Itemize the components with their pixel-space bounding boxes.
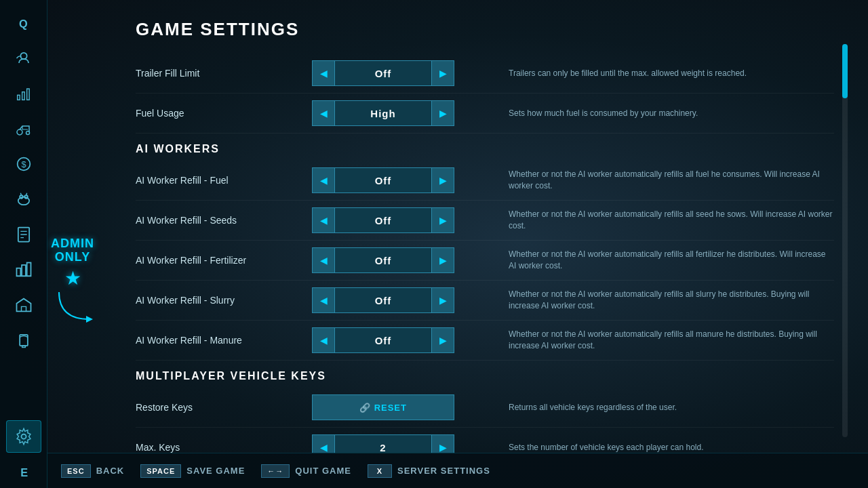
arrow-right-ai-worker-refill-manure[interactable]: ▶ (431, 327, 454, 353)
svg-rect-3 (22, 92, 24, 100)
bottom-bar: ESCBACKSPACESAVE GAME←→QUIT GAMEXSERVER … (47, 453, 868, 488)
setting-description-max-keys: Sets the number of vehicle keys each pla… (454, 442, 834, 453)
sidebar-item-tractor[interactable] (6, 113, 41, 145)
setting-description-ai-worker-refill-seeds: Whether or not the AI worker automatical… (454, 209, 834, 232)
arrow-left-ai-worker-refill-fuel[interactable]: ◀ (312, 167, 335, 193)
key-badge: SPACE (140, 464, 181, 478)
value-display-max-keys: 2 (335, 434, 431, 453)
key-label: SERVER SETTINGS (397, 466, 490, 476)
bottom-key-quit-game[interactable]: ←→QUIT GAME (261, 464, 351, 478)
svg-text:$: $ (21, 159, 26, 169)
arrow-right-ai-worker-refill-slurry[interactable]: ▶ (431, 287, 454, 313)
setting-description-ai-worker-refill-fertilizer: Whether or not the AI worker automatical… (454, 249, 834, 272)
sidebar-item-stats[interactable] (6, 77, 41, 110)
arrow-right-trailer-fill-limit[interactable]: ▶ (431, 60, 454, 86)
arrow-left-ai-worker-refill-fertilizer[interactable]: ◀ (312, 247, 335, 273)
svg-rect-14 (22, 265, 26, 276)
setting-label-ai-worker-refill-fuel: AI Worker Refill - Fuel (136, 175, 312, 186)
svg-text:Q: Q (19, 18, 28, 30)
sidebar-item-e[interactable]: E (6, 455, 41, 488)
arrow-left-max-keys[interactable]: ◀ (312, 434, 335, 453)
bottom-key-save-game[interactable]: SPACESAVE GAME (140, 464, 245, 478)
settings-container: Trailer Fill Limit◀Off▶Trailers can only… (136, 54, 841, 453)
sidebar-item-animals[interactable] (6, 183, 41, 216)
svg-point-1 (20, 53, 26, 59)
setting-row-max-keys: Max. Keys◀2▶Sets the number of vehicle k… (136, 428, 834, 453)
value-display-trailer-fill-limit: Off (335, 60, 431, 86)
setting-row-ai-worker-refill-fuel: AI Worker Refill - Fuel◀Off▶Whether or n… (136, 161, 834, 201)
svg-rect-15 (26, 263, 31, 277)
setting-label-ai-worker-refill-manure: AI Worker Refill - Manure (136, 335, 312, 346)
svg-point-18 (21, 434, 26, 439)
arrow-left-ai-worker-refill-manure[interactable]: ◀ (312, 327, 335, 353)
arrow-right-ai-worker-refill-seeds[interactable]: ▶ (431, 207, 454, 233)
setting-row-fuel-usage: Fuel Usage◀High▶Sets how much fuel is co… (136, 94, 834, 134)
sidebar-item-q[interactable]: Q (6, 7, 41, 39)
value-display-ai-worker-refill-fuel: Off (335, 167, 431, 193)
setting-row-ai-worker-refill-fertilizer: AI Worker Refill - Fertilizer◀Off▶Whethe… (136, 241, 834, 281)
key-label: BACK (96, 466, 125, 476)
key-label: QUIT GAME (295, 466, 351, 476)
sidebar-item-contracts[interactable] (6, 218, 41, 251)
svg-point-5 (17, 129, 22, 135)
setting-description-trailer-fill-limit: Trailers can only be filled until the ma… (454, 68, 834, 79)
setting-description-ai-worker-refill-slurry: Whether or not the AI worker automatical… (454, 289, 834, 312)
bottom-key-server-settings[interactable]: XSERVER SETTINGS (368, 464, 490, 478)
sidebar-item-production[interactable] (6, 253, 41, 286)
setting-row-ai-worker-refill-slurry: AI Worker Refill - Slurry◀Off▶Whether or… (136, 281, 834, 321)
setting-description-ai-worker-refill-manure: Whether or not the AI worker automatical… (454, 329, 834, 352)
setting-row-trailer-fill-limit: Trailer Fill Limit◀Off▶Trailers can only… (136, 54, 834, 94)
svg-marker-20 (86, 316, 93, 323)
setting-label-ai-worker-refill-seeds: AI Worker Refill - Seeds (136, 215, 312, 226)
setting-label-restore-keys: Restore Keys (136, 402, 312, 413)
arrow-right-ai-worker-refill-fuel[interactable]: ▶ (431, 167, 454, 193)
main-content: GAME SETTINGS Trailer Fill Limit◀Off▶Tra… (47, 0, 868, 488)
sidebar-item-barn[interactable] (6, 289, 41, 321)
arrow-right-max-keys[interactable]: ▶ (431, 434, 454, 453)
svg-rect-2 (17, 95, 20, 100)
svg-point-6 (26, 131, 29, 135)
value-display-fuel-usage: High (335, 100, 431, 126)
svg-text:E: E (20, 466, 28, 479)
bottom-key-back[interactable]: ESCBACK (61, 464, 124, 478)
setting-label-fuel-usage: Fuel Usage (136, 108, 312, 119)
arrow-left-ai-worker-refill-seeds[interactable]: ◀ (312, 207, 335, 233)
arrow-left-trailer-fill-limit[interactable]: ◀ (312, 60, 335, 86)
svg-rect-13 (16, 268, 20, 277)
sidebar: Q $ E (0, 0, 47, 488)
section-header-ai-workers: AI WORKERS (136, 134, 834, 161)
sidebar-item-weather[interactable] (6, 42, 41, 75)
admin-badge: ADMINONLY ★ (51, 237, 94, 326)
sidebar-item-money[interactable]: $ (6, 148, 41, 180)
key-badge: X (368, 464, 392, 478)
arrow-left-fuel-usage[interactable]: ◀ (312, 100, 335, 126)
value-display-ai-worker-refill-fertilizer: Off (335, 247, 431, 273)
section-header-multiplayer-vehicle-keys: MULTIPLAYER VEHICLE KEYS (136, 361, 834, 388)
setting-description-ai-worker-refill-fuel: Whether or not the AI worker automatical… (454, 169, 834, 192)
sidebar-item-settings[interactable] (6, 420, 41, 453)
setting-label-ai-worker-refill-fertilizer: AI Worker Refill - Fertilizer (136, 255, 312, 266)
setting-description-restore-keys: Returns all vehicle keys regardless of t… (454, 402, 834, 413)
reset-button-restore-keys[interactable]: 🔗 RESET (312, 394, 454, 420)
arrow-left-ai-worker-refill-slurry[interactable]: ◀ (312, 287, 335, 313)
page-title: GAME SETTINGS (47, 0, 868, 54)
setting-row-ai-worker-refill-seeds: AI Worker Refill - Seeds◀Off▶Whether or … (136, 201, 834, 241)
value-display-ai-worker-refill-slurry: Off (335, 287, 431, 313)
setting-label-max-keys: Max. Keys (136, 442, 312, 453)
admin-star-icon: ★ (64, 267, 81, 289)
key-label: SAVE GAME (186, 466, 245, 476)
value-display-ai-worker-refill-seeds: Off (335, 207, 431, 233)
svg-rect-17 (22, 346, 25, 347)
svg-rect-4 (26, 89, 29, 100)
setting-label-trailer-fill-limit: Trailer Fill Limit (136, 68, 312, 79)
key-badge: ←→ (261, 464, 290, 478)
setting-description-fuel-usage: Sets how much fuel is consumed by your m… (454, 108, 834, 119)
setting-row-restore-keys: Restore Keys🔗 RESETReturns all vehicle k… (136, 388, 834, 428)
sidebar-item-silo[interactable] (6, 324, 41, 357)
key-badge: ESC (61, 464, 91, 478)
setting-row-ai-worker-refill-manure: AI Worker Refill - Manure◀Off▶Whether or… (136, 321, 834, 361)
admin-only-label: ADMINONLY (51, 237, 94, 264)
arrow-right-ai-worker-refill-fertilizer[interactable]: ▶ (431, 247, 454, 273)
setting-label-ai-worker-refill-slurry: AI Worker Refill - Slurry (136, 295, 312, 306)
arrow-right-fuel-usage[interactable]: ▶ (431, 100, 454, 126)
